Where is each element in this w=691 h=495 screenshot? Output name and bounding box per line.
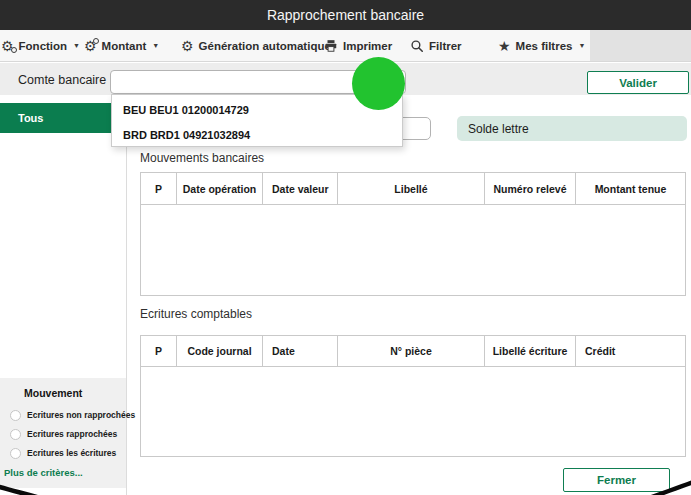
toolbar-item-label: Filtrer [429,40,462,52]
search-icon [410,39,424,53]
more-criteria-link[interactable]: Plus de critères... [4,467,83,478]
toolbar: ⚙ Fonction ▼ ⚙ Montant ▼ ⚙ Génération au… [0,30,691,62]
toolbar-item-label: Génération automatique [199,40,331,52]
toolbar-item-mes-filtres[interactable]: ★ Mes filtres ▼ [498,30,585,61]
radio-option-ecritures-rapprochees[interactable]: Ecritures rapprochées [10,428,117,440]
click-indicator-dot [352,57,405,110]
bank-table-header-row: P Date opération Date valeur Libellé Num… [141,173,685,205]
toolbar-item-fonction[interactable]: ⚙ Fonction ▼ [1,30,80,61]
entries-table-header-row: P Code journal Date N° pièce Libellé écr… [141,336,685,367]
toolbar-item-montant[interactable]: ⚙ Montant ▼ [84,30,159,61]
column-header: Montant tenue [576,173,685,204]
toolbar-item-label: Mes filtres [516,40,573,52]
page-title: Rapprochement bancaire [267,7,424,23]
radio-label: Ecritures rapprochées [27,429,117,439]
column-header: Libellé écriture [485,336,576,366]
column-header: P [141,336,177,366]
fermer-button[interactable]: Fermer [563,468,670,492]
column-header: Date opération [177,173,263,204]
column-header: N° pièce [338,336,485,366]
valider-button[interactable]: Valider [587,71,689,94]
column-header: Code journal [177,336,263,366]
account-label: Comte bancaire [18,73,106,87]
entries-table-empty-body [141,367,685,456]
toolbar-item-label: Fonction [19,40,68,52]
radio-option-ecritures-non-rapprochees[interactable]: Ecritures non rapprochées [10,409,135,421]
printer-icon [324,39,338,53]
gear-icon: ⚙ [84,39,97,53]
bank-table-empty-body [141,205,685,295]
radio-button-icon[interactable] [10,448,21,459]
solde-lettre-label: Solde lettre [468,122,529,136]
sidebar-tab-tous[interactable]: Tous [0,103,127,133]
entries-table-title: Ecritures comptables [140,307,252,321]
toolbar-item-label: Imprimer [343,40,392,52]
radio-option-ecritures-les-ecritures[interactable]: Ecritures les écritures [10,447,116,459]
column-header: P [141,173,177,204]
toolbar-item-label: Montant [102,40,147,52]
solde-lettre-pill: Solde lettre [457,116,687,141]
title-bar: Rapprochement bancaire [0,0,691,30]
radio-button-icon[interactable] [10,410,21,421]
gear-icon: ⚙ [181,39,194,53]
bank-movements-table: P Date opération Date valeur Libellé Num… [140,172,686,296]
criteria-heading: Mouvement [24,387,82,399]
account-option-brd[interactable]: BRD BRD1 04921032894 [112,122,402,147]
radio-label: Ecritures les écritures [27,448,116,458]
column-header: Date valeur [263,173,338,204]
toolbar-item-generation-automatique[interactable]: ⚙ Génération automatique [181,30,331,61]
chevron-down-icon: ▼ [152,42,159,49]
column-header: Libellé [338,173,485,204]
star-icon: ★ [498,39,511,53]
criteria-panel: Mouvement Ecritures non rapprochées Ecri… [0,378,126,488]
toolbar-item-filtrer[interactable]: Filtrer [410,30,462,61]
chevron-down-icon: ▼ [578,42,585,49]
rapprochement-bancaire-window: Rapprochement bancaire ⚙ Fonction ▼ ⚙ Mo… [0,0,691,495]
radio-label: Ecritures non rapprochées [27,410,135,420]
gear-icon: ⚙ [1,39,14,53]
sidebar-divider [126,95,127,495]
bank-table-title: Mouvements bancaires [140,151,264,165]
chevron-down-icon: ▼ [73,42,80,49]
column-header: Date [263,336,338,366]
toolbar-right-spacer [590,30,691,61]
accounting-entries-table: P Code journal Date N° pièce Libellé écr… [140,335,686,457]
column-header: Numéro relevé [485,173,576,204]
radio-button-icon[interactable] [10,429,21,440]
column-header: Crédit [576,336,685,366]
